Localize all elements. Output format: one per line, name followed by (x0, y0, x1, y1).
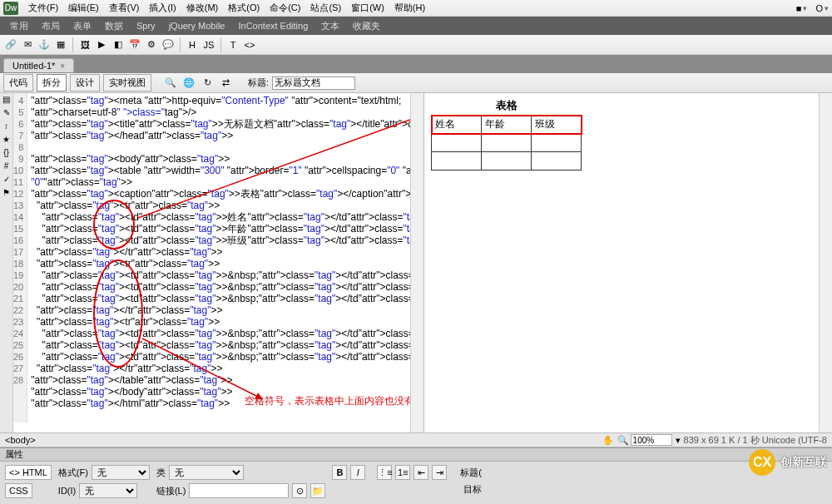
document-tab[interactable]: Untitled-1* × (3, 58, 74, 72)
view-design-button[interactable]: 设计 (70, 74, 100, 91)
view-live-button[interactable]: 实时视图 (103, 74, 151, 91)
table-cell[interactable] (532, 134, 582, 152)
outdent-button[interactable]: ⇤ (414, 465, 428, 480)
status-bar: <body> ✋ 🔍 ▾ 839 x 69 1 K / 1 秒 Unicode … (0, 432, 832, 447)
view-code-button[interactable]: 代码 (3, 74, 33, 91)
italic-button[interactable]: I (350, 465, 365, 480)
media-icon[interactable]: ▶ (94, 37, 109, 52)
vertical-scrollbar[interactable] (410, 93, 423, 432)
zoom-input[interactable] (631, 434, 672, 446)
menu-site[interactable]: 站点(S) (310, 2, 341, 14)
ol-button[interactable]: 1≡ (395, 465, 410, 480)
insert-category-bar: 常用 布局 表单 数据 Spry jQuery Mobile InContext… (0, 17, 832, 35)
server-icon[interactable]: ⚙ (144, 37, 159, 52)
link-browse-icon[interactable]: ⊙ (292, 483, 307, 498)
gutter-icon[interactable]: # (2, 161, 12, 171)
cat-favorites[interactable]: 收藏夹 (353, 20, 380, 32)
ul-button[interactable]: ⋮≡ (377, 465, 392, 480)
class-select[interactable]: 无 (169, 465, 244, 480)
gutter-icon[interactable]: ★ (2, 135, 12, 145)
email-icon[interactable]: ✉ (20, 37, 35, 52)
table-row[interactable]: 姓名 年龄 班级 (432, 116, 582, 134)
zoom-icon[interactable]: 🔍 (616, 432, 631, 447)
cat-text[interactable]: 文本 (321, 20, 339, 32)
image-icon[interactable]: 🖼 (77, 37, 92, 52)
menu-modify[interactable]: 修改(M) (186, 2, 219, 14)
cat-layout[interactable]: 布局 (42, 20, 60, 32)
menu-view[interactable]: 查看(V) (109, 2, 140, 14)
comment-icon[interactable]: 💬 (161, 37, 176, 52)
cat-incontext[interactable]: InContext Editing (238, 21, 308, 31)
code-pane[interactable]: 4 5 6 7 8 9 10 11 12 13 14 15 16 17 18 1… (13, 93, 424, 432)
anchor-icon[interactable]: ⚓ (37, 37, 52, 52)
preview-table[interactable]: 表格 姓名 年龄 班级 (431, 96, 582, 170)
gutter-icon[interactable]: {} (2, 148, 12, 158)
head-icon[interactable]: H (185, 37, 200, 52)
cat-spry[interactable]: Spry (136, 21, 156, 31)
title-input[interactable] (272, 77, 355, 90)
tag-icon[interactable]: <> (242, 37, 257, 52)
gutter-icon[interactable]: ⚑ (2, 188, 12, 198)
menu-bar: Dw 文件(F) 编辑(E) 查看(V) 插入(I) 修改(M) 格式(O) 命… (0, 0, 832, 17)
code-text[interactable]: "attr">class="tag"><meta "attr">http-equ… (27, 93, 424, 422)
table-cell[interactable] (482, 134, 532, 152)
table-cell[interactable] (432, 134, 482, 152)
preview-pane[interactable]: 表格 姓名 年龄 班级 (424, 93, 832, 432)
link-folder-icon[interactable]: 📁 (310, 483, 325, 498)
template-icon[interactable]: T (225, 37, 240, 52)
cat-common[interactable]: 常用 (10, 20, 28, 32)
format-select[interactable]: 无 (92, 465, 150, 480)
nav-icon[interactable]: ⇄ (218, 76, 233, 91)
refresh-icon[interactable]: ↻ (200, 76, 215, 91)
table-cell[interactable] (432, 152, 482, 170)
hand-icon[interactable]: ✋ (601, 432, 616, 447)
globe-icon[interactable]: 🌐 (181, 76, 196, 91)
table-cell[interactable]: 年龄 (482, 116, 532, 134)
status-info: 839 x 69 1 K / 1 秒 Unicode (UTF-8 (684, 434, 827, 447)
menu-commands[interactable]: 命令(C) (270, 2, 300, 14)
css-tab-button[interactable]: CSS (5, 483, 32, 498)
gutter-icon[interactable]: ↕ (2, 121, 12, 131)
layout-dropdown[interactable]: ■ (796, 3, 808, 13)
script-icon[interactable]: JS (201, 37, 216, 52)
widget-icon[interactable]: ◧ (111, 37, 126, 52)
properties-header[interactable]: 属性 (0, 448, 832, 462)
document-tab-bar: Untitled-1* × (0, 55, 832, 73)
vertical-scrollbar[interactable] (819, 93, 832, 432)
menu-format[interactable]: 格式(O) (228, 2, 260, 14)
table-cell[interactable] (482, 152, 532, 170)
cat-data[interactable]: 数据 (105, 20, 123, 32)
close-icon[interactable]: × (60, 62, 65, 71)
watermark-icon: CX (749, 449, 775, 476)
table-row[interactable] (432, 152, 582, 170)
menu-edit[interactable]: 编辑(E) (68, 2, 99, 14)
cat-jquery[interactable]: jQuery Mobile (169, 21, 225, 31)
gutter-icon[interactable]: ✓ (2, 175, 12, 185)
bold-button[interactable]: B (332, 465, 347, 480)
search-dropdown[interactable]: O (815, 3, 829, 13)
class-label: 类 (156, 467, 166, 479)
indent-button[interactable]: ⇥ (432, 465, 447, 480)
menu-insert[interactable]: 插入(I) (149, 2, 176, 14)
date-icon[interactable]: 📅 (127, 37, 142, 52)
app-logo: Dw (3, 2, 18, 15)
link-label: 链接(L) (156, 485, 186, 497)
table-cell[interactable] (532, 152, 582, 170)
inspect-icon[interactable]: 🔍 (163, 76, 178, 91)
hyperlink-icon[interactable]: 🔗 (3, 37, 18, 52)
table-cell[interactable]: 班级 (532, 116, 582, 134)
menu-file[interactable]: 文件(F) (28, 2, 58, 14)
gutter-icon[interactable]: ✎ (2, 108, 12, 118)
view-split-button[interactable]: 拆分 (37, 74, 67, 91)
link-input[interactable] (189, 483, 289, 498)
id-select[interactable]: 无 (79, 483, 137, 498)
table-row[interactable] (432, 134, 582, 152)
cat-forms[interactable]: 表单 (73, 20, 92, 32)
menu-window[interactable]: 窗口(W) (351, 2, 384, 14)
tag-path[interactable]: <body> (5, 435, 36, 445)
gutter-icon[interactable]: ▤ (2, 95, 12, 105)
table-icon[interactable]: ▦ (53, 37, 68, 52)
html-tab-button[interactable]: <> HTML (5, 465, 52, 480)
menu-help[interactable]: 帮助(H) (394, 2, 425, 14)
table-cell[interactable]: 姓名 (432, 116, 482, 134)
